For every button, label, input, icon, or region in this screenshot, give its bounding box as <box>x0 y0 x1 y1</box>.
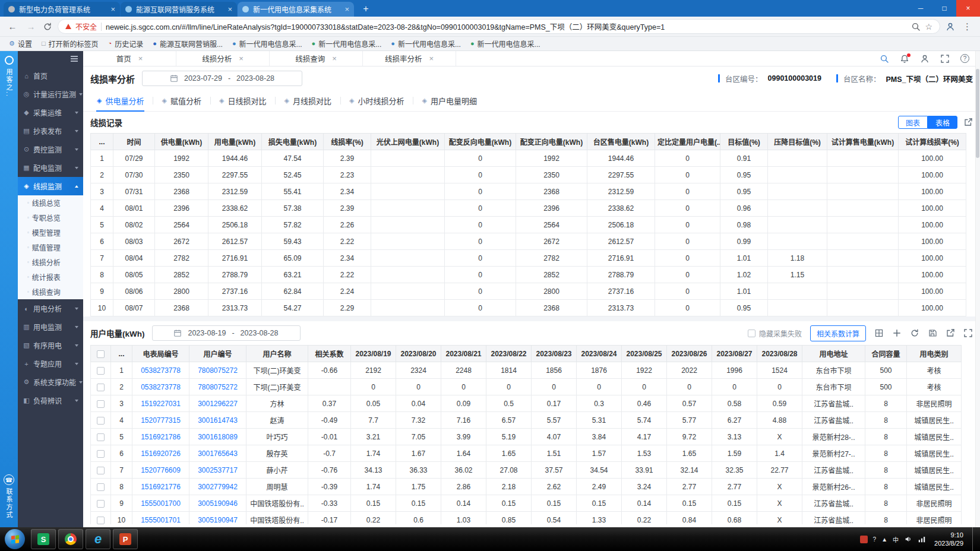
cell-link[interactable]: 1516921776 <box>132 479 189 495</box>
tab-close-icon[interactable]: × <box>429 54 434 63</box>
sidebar-item[interactable]: ⚙系统支撑功能 <box>18 373 83 391</box>
row-checkbox[interactable] <box>97 467 105 474</box>
bookmark-item[interactable]: □打开新的标签页 <box>37 37 103 50</box>
sidebar-item[interactable]: ▧有序用电 <box>18 336 83 354</box>
row-checkbox[interactable] <box>97 417 105 425</box>
date-end[interactable]: 2023-08-28 <box>236 74 274 83</box>
cell-link[interactable]: 3002779942 <box>189 479 246 495</box>
date-start[interactable]: 2023-08-19 <box>188 329 226 337</box>
volume-icon[interactable] <box>904 535 912 543</box>
refresh-icon[interactable] <box>910 328 919 338</box>
cell-link[interactable]: 1555001700 <box>132 495 189 512</box>
window-minimize-button[interactable]: ─ <box>909 0 932 17</box>
column-settings-icon[interactable] <box>874 328 884 338</box>
browser-tab[interactable]: 能源互联网营销服务系统× <box>121 2 237 17</box>
user-avatar-icon[interactable] <box>920 54 930 64</box>
sidebar-item[interactable]: ◈线损监测 <box>18 177 83 195</box>
table-view-button[interactable]: 表格 <box>928 116 957 129</box>
subtab[interactable]: ◈日线损对比 <box>210 90 275 111</box>
window-maximize-button[interactable]: □ <box>932 0 956 17</box>
add-icon[interactable] <box>892 328 902 338</box>
tab-close-icon[interactable]: × <box>332 54 337 63</box>
date-range-picker[interactable]: 2023-07-29 - 2023-08-28 <box>142 71 302 86</box>
subtab[interactable]: ◈用户电量明细 <box>413 90 485 111</box>
tab-close-icon[interactable]: × <box>138 54 143 63</box>
save-icon[interactable] <box>928 328 937 338</box>
date-end[interactable]: 2023-08-28 <box>241 329 279 337</box>
bookmark-item[interactable]: ⚙设置 <box>5 37 36 50</box>
sidebar-item[interactable]: ◧负荷辨识 <box>18 391 83 410</box>
row-checkbox[interactable] <box>97 384 105 391</box>
fullscreen-icon[interactable] <box>940 54 950 64</box>
row-checkbox[interactable] <box>97 400 105 408</box>
sidebar-subitem[interactable]: ▫模型管理 <box>18 225 83 240</box>
sidebar-subitem[interactable]: ▫赋值管理 <box>18 240 83 255</box>
bookmark-item[interactable]: ●能源互联网营销服... <box>148 37 227 50</box>
sidebar-subitem[interactable]: ▫线损查询 <box>18 284 83 299</box>
select-all-checkbox[interactable] <box>97 350 105 358</box>
zoom-search-icon[interactable] <box>911 22 921 31</box>
sidebar-subitem[interactable]: ▫线损分析 <box>18 255 83 270</box>
tray-app-icon[interactable] <box>860 536 868 543</box>
search-icon[interactable] <box>880 54 889 64</box>
subtab[interactable]: ◈供电量分析 <box>88 90 153 111</box>
cell-link[interactable]: 1520776609 <box>132 462 189 479</box>
start-button[interactable] <box>5 529 25 549</box>
bookmark-item[interactable]: ●新一代用电信息采... <box>387 37 465 50</box>
cell-link[interactable]: 3002537717 <box>189 462 246 479</box>
browser-tab[interactable]: 新型电力负荷管理系统× <box>4 2 120 17</box>
cell-link[interactable]: 0538273778 <box>132 379 189 395</box>
refresh-button[interactable] <box>43 22 52 31</box>
hide-failed-checkbox[interactable] <box>748 330 755 337</box>
sidebar-item[interactable]: ⊙费控监测 <box>18 140 83 159</box>
taskbar-clock[interactable]: 9:10 2023/8/29 <box>934 531 963 548</box>
browser-tab[interactable]: 新一代用电信息采集系统× <box>238 2 354 17</box>
taskbar-chrome-icon[interactable] <box>58 529 83 549</box>
subtab[interactable]: ◈月线损对比 <box>275 90 340 111</box>
cell-link[interactable]: 7808075272 <box>189 379 246 395</box>
sidebar-item[interactable]: ⌂首页 <box>18 66 83 85</box>
export-icon[interactable] <box>963 118 973 127</box>
sidebar-item[interactable]: ◆采集运维 <box>18 103 83 122</box>
url-box[interactable]: 不安全 neweic.js.sgcc.com.cn/#/llm/line/Lin… <box>58 19 940 34</box>
cell-link[interactable]: 7808075272 <box>189 362 246 379</box>
tab-close-icon[interactable]: × <box>239 54 244 63</box>
taskbar-wps-icon[interactable]: S <box>31 529 56 549</box>
row-checkbox[interactable] <box>97 450 105 458</box>
taskbar-ie-icon[interactable]: e <box>86 529 110 549</box>
row-checkbox[interactable] <box>97 500 105 508</box>
sidebar-item[interactable]: ▥用电监测 <box>18 318 83 336</box>
window-close-button[interactable]: × <box>956 0 980 17</box>
tab-close-icon[interactable]: × <box>344 5 349 14</box>
chart-view-button[interactable]: 图表 <box>898 116 928 129</box>
sidebar-item[interactable]: ◐用电分析 <box>18 299 83 318</box>
taskbar-ppt-icon[interactable]: P <box>113 529 138 549</box>
tray-help-icon[interactable]: ? <box>873 536 877 543</box>
row-checkbox[interactable] <box>97 517 105 524</box>
back-button[interactable]: ← <box>6 20 19 33</box>
cell-link[interactable]: 3001765643 <box>189 445 246 462</box>
cell-link[interactable]: 3001296227 <box>189 395 246 412</box>
help-icon[interactable]: ? <box>960 54 969 63</box>
bookmark-item[interactable]: ●新一代用电信息采... <box>466 37 545 50</box>
cell-link[interactable]: 3001618089 <box>189 429 246 445</box>
sidebar-collapse-icon[interactable] <box>71 58 78 59</box>
date-start[interactable]: 2023-07-29 <box>184 74 222 83</box>
sidebar-item[interactable]: ◎计量运行监测 <box>18 85 83 103</box>
show-desktop-button[interactable] <box>972 527 978 551</box>
cell-link[interactable]: 3001614743 <box>189 412 246 429</box>
date-range-picker[interactable]: 2023-08-19 - 2023-08-28 <box>152 325 301 341</box>
url-text[interactable]: neweic.js.sgcc.com.cn/#/llm/line/LineRat… <box>106 21 907 32</box>
bookmark-item[interactable]: ●新一代用电信息采... <box>308 37 386 50</box>
cell-link[interactable]: 1555001701 <box>132 512 189 525</box>
sidebar-item[interactable]: ▤抄表发布 <box>18 122 83 140</box>
cell-link[interactable]: 1520777315 <box>132 412 189 429</box>
cell-link[interactable]: 3005190947 <box>189 512 246 525</box>
subtab[interactable]: ◈赋值分析 <box>153 90 210 111</box>
cell-link[interactable]: 0538273778 <box>132 362 189 379</box>
contact-group[interactable]: ☎ 联系方式 <box>4 474 14 522</box>
vertical-scrollbar[interactable] <box>975 51 980 527</box>
sidebar-item[interactable]: +专题应用 <box>18 354 83 373</box>
tab-close-icon[interactable]: × <box>227 5 232 14</box>
forward-button[interactable]: → <box>24 20 37 33</box>
